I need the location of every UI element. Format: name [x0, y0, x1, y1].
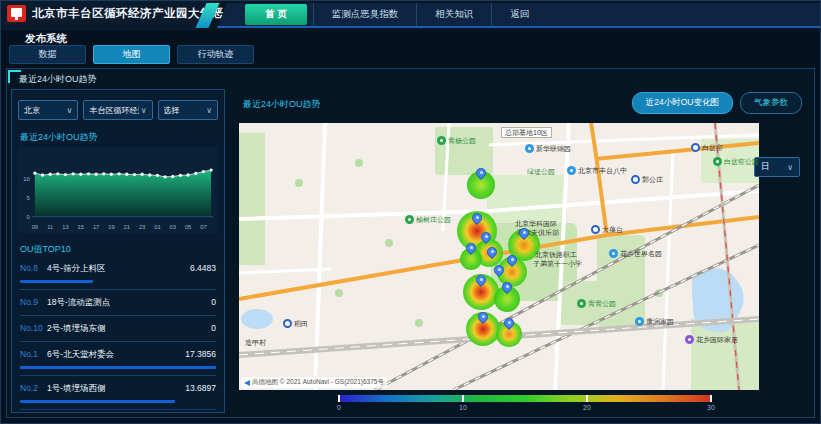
ou-change-chart-button[interactable]: 近24小时OU变化图 — [632, 92, 733, 114]
nav-item-odor-index[interactable]: 监测点恶臭指数 — [313, 3, 417, 26]
map-label: 稻田 — [283, 319, 308, 328]
colorbar-tick-label: 10 — [459, 404, 467, 411]
svg-text:13: 13 — [62, 224, 68, 230]
map-label: 花乡世界名园 — [609, 249, 662, 258]
svg-text:03: 03 — [170, 224, 176, 230]
svg-text:5: 5 — [27, 195, 31, 201]
svg-text:05: 05 — [185, 224, 191, 230]
map-label: 北京华科国际 — [515, 220, 557, 227]
nav-item-back[interactable]: 返回 — [491, 3, 547, 26]
rank-label: No.1 — [20, 349, 47, 359]
map-label: 郭公庄 — [631, 175, 663, 184]
list-item: No.84号-筛分上料区6.4483 — [20, 256, 216, 290]
value-bar — [20, 366, 216, 369]
rank-label: No.10 — [20, 323, 47, 333]
svg-text:11: 11 — [47, 224, 53, 230]
tab-data[interactable]: 数据 — [9, 45, 86, 64]
svg-text:0: 0 — [27, 214, 31, 220]
map-label: 绿堤公园 — [527, 168, 555, 175]
list-item: No.918号-流动监测点0 — [20, 290, 216, 316]
poi-poi-icon — [567, 166, 576, 175]
metro-poi-icon — [591, 225, 600, 234]
weather-params-button[interactable]: 气象参数 — [740, 92, 802, 114]
map-label: 子弟第十一小学 — [533, 260, 582, 267]
svg-text:09: 09 — [32, 224, 38, 230]
map-label: 北京铁路职工 — [535, 251, 577, 258]
top-list-title: OU值TOP10 — [20, 243, 224, 256]
map-attribution: 高德地图 © 2021 AutoNavi - GS(2021)6375号 — [241, 377, 387, 388]
map-pin-icon[interactable] — [502, 282, 512, 292]
park-select[interactable]: 丰台区循环经济产 ∨ — [83, 100, 152, 120]
map-pin-icon[interactable] — [487, 247, 497, 257]
ou-value: 0 — [211, 297, 216, 307]
map-pin-icon[interactable] — [476, 275, 486, 285]
rank-label: No.8 — [20, 263, 47, 273]
map-pin-icon[interactable] — [476, 168, 486, 178]
autonavi-logo-icon — [244, 380, 250, 386]
map-pin-icon[interactable] — [472, 213, 482, 223]
map-label: 新华联锦园 — [525, 144, 571, 153]
svg-text:07: 07 — [200, 224, 206, 230]
map[interactable]: 高德地图 © 2021 AutoNavi - GS(2021)6375号 总部基… — [239, 123, 759, 390]
poi-poi-icon — [609, 249, 618, 258]
metro-poi-icon — [631, 175, 640, 184]
metro-poi-icon — [691, 143, 700, 152]
poi-poi-icon — [635, 317, 644, 326]
svg-text:01: 01 — [154, 224, 160, 230]
map-pin-icon[interactable] — [466, 243, 476, 253]
map-pin-icon[interactable] — [507, 255, 517, 265]
map-label: 白盆窑公园 — [713, 157, 759, 166]
city-select[interactable]: 北京 ∨ — [18, 100, 78, 120]
app-logo-icon — [7, 5, 26, 22]
map-label: 总部基地10区 — [501, 127, 552, 138]
map-section: 最近24小时OU趋势 近24小时OU变化图 气象参数 — [231, 89, 810, 413]
map-label: 造甲村 — [245, 339, 266, 346]
trend-chart-title: 最近24小时OU趋势 — [20, 131, 224, 144]
ou-value: 0 — [211, 323, 216, 333]
period-select[interactable]: 日 ∨ — [754, 157, 800, 177]
station-name: 18号-流动监测点 — [47, 297, 211, 309]
chevron-down-icon: ∨ — [141, 106, 147, 115]
map-pin-icon[interactable] — [478, 312, 488, 322]
shop-poi-icon — [685, 335, 694, 344]
park-poi-icon — [405, 215, 414, 224]
nav-item-home[interactable]: 首 页 — [245, 4, 307, 25]
ou-value: 17.3856 — [185, 349, 216, 359]
colorbar-tick-label: 0 — [337, 404, 341, 411]
map-pin-icon[interactable] — [481, 232, 491, 242]
heatmap-colorbar: 0102030 — [339, 395, 711, 413]
svg-text:19: 19 — [108, 224, 114, 230]
tab-map[interactable]: 地图 — [93, 45, 170, 64]
view-tabs: 数据 地图 行动轨迹 — [9, 45, 254, 64]
rank-label: No.9 — [20, 297, 47, 307]
nav-item-knowledge[interactable]: 相关知识 — [416, 3, 491, 26]
chevron-down-icon: ∨ — [67, 106, 73, 115]
station-name: 1号-填埋场西侧 — [47, 383, 185, 395]
nav-bar: 首 页 监测点恶臭指数 相关知识 返回 — [217, 3, 820, 28]
map-pin-icon[interactable] — [494, 265, 504, 275]
ou-trend-svg: 0510091113151719212301030507 — [18, 147, 218, 233]
map-label: 白盆窑 — [691, 143, 723, 152]
top-bar: 北京市丰台区循环经济产业园大气恶臭状况实时 首 页 监测点恶臭指数 相关知识 返… — [1, 1, 820, 30]
colorbar-tick — [710, 395, 712, 402]
ou-value: 13.6897 — [185, 383, 216, 393]
station-select[interactable]: 选择 ∨ — [158, 100, 218, 120]
map-label: 大葆台 — [591, 225, 623, 234]
list-item: No.102号-填埋场东侧0 — [20, 316, 216, 342]
chevron-down-icon: ∨ — [787, 163, 793, 172]
ou-trend-chart: 0510091113151719212301030507 — [18, 147, 218, 233]
map-label: 康润家园 — [635, 317, 674, 326]
park-poi-icon — [713, 157, 722, 166]
map-pin-icon[interactable] — [504, 318, 514, 328]
station-name: 2号-填埋场东侧 — [47, 323, 211, 335]
map-label: 榆树庄公园 — [405, 215, 451, 224]
tab-track[interactable]: 行动轨迹 — [177, 45, 254, 64]
svg-text:23: 23 — [139, 224, 145, 230]
svg-text:10: 10 — [23, 176, 30, 182]
map-pin-icon[interactable] — [519, 228, 529, 238]
ou-value: 6.4483 — [190, 263, 216, 273]
main-panel: 最近24小时OU趋势 北京 ∨ 丰台区循环经济产 ∨ 选择 ∨ 最近24小时OU… — [6, 68, 815, 418]
list-item: No.16号-北天堂村委会17.3856 — [20, 342, 216, 376]
station-name: 4号-筛分上料区 — [47, 263, 190, 275]
panel-title: 最近24小时OU趋势 — [19, 73, 97, 86]
